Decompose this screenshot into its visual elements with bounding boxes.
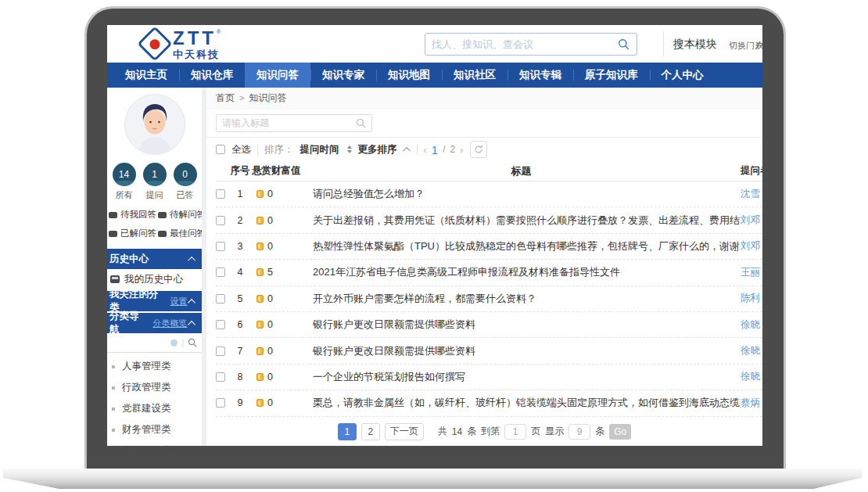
row-bounty: 0 [267, 372, 273, 382]
next-page-icon[interactable]: › [460, 144, 463, 156]
stat-所有[interactable]: 14所有 [113, 163, 136, 201]
page-size-input[interactable] [569, 424, 590, 440]
category-item[interactable]: 人事管理类 [107, 356, 202, 377]
show-prefix: 显示 [545, 425, 564, 438]
more-sort-chevron-icon [403, 146, 411, 154]
question-title-link[interactable]: 关于出差报销，其费用凭证（纸质材料）需要按照什么顺序进行叠放？发票、出差流程、费… [302, 214, 741, 228]
nav-item-2[interactable]: 知识仓库 [179, 63, 245, 88]
row-bounty: 0 [267, 215, 273, 226]
page-button-1[interactable]: 1 [338, 423, 357, 440]
row-bounty: 0 [267, 241, 273, 252]
reply-bubble-icon [109, 212, 117, 218]
category-overview-link[interactable]: 分类概览 [152, 318, 187, 329]
category-item[interactable]: 党群建设类 [107, 398, 202, 419]
sort-field-button[interactable]: 提问时间 [300, 143, 339, 156]
row-checkbox[interactable] [216, 242, 225, 251]
quick-link-待我回答[interactable]: 待我回答 [109, 209, 156, 221]
question-title-link[interactable]: 栗总，请教非金属丝（如，碳纤杆、玻纤杆）铠装缆端头固定原理方式，如何借鉴到海底动… [302, 396, 741, 410]
nav-item-5[interactable]: 知识地图 [376, 63, 442, 88]
next-page-button[interactable]: 下一页 [385, 423, 424, 440]
asker-link[interactable]: 徐晓 [741, 318, 762, 332]
question-title-link[interactable]: 2021年江苏省电子信息类高级工程师申报流程及材料准备指导性文件 [302, 265, 741, 279]
row-checkbox[interactable] [216, 320, 225, 329]
category-item[interactable]: 营销管理类 [107, 440, 202, 446]
table-header-row: 序号 悬赏财富值 标题 提问者 [216, 161, 762, 181]
col-header-bounty: 悬赏财富值 [252, 164, 302, 178]
row-checkbox[interactable] [216, 294, 225, 303]
stat-已答[interactable]: 0已答 [174, 163, 197, 201]
row-checkbox[interactable] [216, 268, 225, 277]
asker-link[interactable]: 刘邓 [741, 214, 762, 227]
select-all-checkbox[interactable] [216, 145, 225, 154]
refresh-button[interactable] [470, 141, 487, 158]
nav-item-1[interactable]: 知识主页 [113, 63, 179, 88]
stat-label: 所有 [116, 189, 133, 201]
clear-icon[interactable] [170, 339, 178, 347]
bullet-icon [112, 408, 115, 411]
row-checkbox[interactable] [216, 216, 225, 225]
stat-circle: 0 [174, 163, 197, 186]
category-item[interactable]: 财务管理类 [107, 419, 202, 440]
question-title-link[interactable]: 请问总经验值怎么增加？ [302, 187, 741, 201]
sidebar-item-my-history[interactable]: 我的历史中心 [107, 269, 202, 289]
asker-link[interactable]: 蔡炳 [741, 397, 762, 410]
followed-settings-link[interactable]: 设置 [170, 296, 187, 307]
row-checkbox[interactable] [216, 347, 225, 356]
stat-circle: 1 [143, 163, 167, 186]
question-title-link[interactable]: 银行账户更改日限额需提供哪些资料 [302, 344, 741, 358]
nav-item-6[interactable]: 知识社区 [442, 63, 508, 88]
sort-arrows-icon[interactable] [347, 145, 352, 153]
goto-page-input[interactable] [504, 424, 526, 440]
search-module-button[interactable]: 搜本模块 [673, 38, 717, 52]
nav-item-7[interactable]: 知识专辑 [508, 63, 573, 88]
search-icon[interactable] [618, 38, 629, 50]
title-search-input[interactable] [217, 117, 356, 128]
asker-link[interactable]: 徐晓 [741, 344, 762, 357]
row-no: 3 [228, 241, 252, 252]
nav-item-3[interactable]: 知识问答 [245, 63, 310, 88]
stat-提问[interactable]: 1提问 [143, 163, 167, 201]
quick-link-已解问答[interactable]: 已解问答 [109, 228, 156, 239]
global-search-input[interactable] [425, 38, 618, 50]
page-button-2[interactable]: 2 [361, 423, 380, 440]
title-search-icon[interactable] [356, 118, 366, 128]
select-all-label[interactable]: 全选 [231, 143, 251, 156]
sidebar-section-followed-categories[interactable]: 我关注的分类 设置 [107, 291, 202, 311]
breadcrumb-separator: > [239, 93, 244, 102]
nav-item-4[interactable]: 知识专家 [310, 63, 376, 88]
question-title-link[interactable]: 热塑性弹性体聚氨酯（TPU）比较成熟稳定的色母料有哪些推荐，包括牌号、厂家什么的… [302, 239, 741, 253]
asker-link[interactable]: 徐晓 [741, 370, 762, 383]
row-bounty: 0 [267, 346, 273, 357]
more-sort-button[interactable]: 更多排序 [358, 143, 397, 156]
breadcrumb: 首页 > 知识问答 [206, 88, 762, 109]
question-title-link[interactable]: 一个企业的节税策划报告如何撰写 [302, 370, 741, 384]
goto-prefix: 到第 [481, 425, 500, 438]
question-title-link[interactable]: 银行账户更改日限额需提供哪些资料 [302, 318, 741, 332]
row-checkbox[interactable] [216, 372, 225, 382]
asker-link[interactable]: 沈雪 [741, 188, 762, 201]
category-search-box[interactable]: | [107, 333, 202, 353]
chevron-up-icon [188, 299, 196, 307]
category-search-icon[interactable] [188, 338, 197, 347]
breadcrumb-home[interactable]: 首页 [216, 92, 235, 105]
nav-item-8[interactable]: 原子知识库 [573, 63, 650, 88]
quick-link-最佳问答[interactable]: 最佳问答 [158, 228, 202, 239]
nav-item-9[interactable]: 个人中心 [650, 63, 716, 88]
row-checkbox[interactable] [216, 189, 225, 199]
sidebar-section-category-nav[interactable]: 分类导航 分类概览 [107, 313, 202, 333]
question-row: 6 0 银行账户更改日限额需提供哪些资料 徐晓 [216, 312, 762, 338]
quick-link-待解问答[interactable]: 待解问答 [158, 209, 202, 221]
question-row: 2 0 关于出差报销，其费用凭证（纸质材料）需要按照什么顺序进行叠放？发票、出差… [216, 207, 762, 233]
total-pages: 2 [450, 144, 456, 155]
question-title-link[interactable]: 开立外币账户需要怎样的流程，都需要什么资料？ [302, 292, 741, 306]
asker-link[interactable]: 刘邓 [741, 239, 762, 253]
row-checkbox[interactable] [216, 398, 225, 408]
avatar[interactable] [124, 94, 185, 155]
asker-link[interactable]: 王丽 [741, 266, 762, 279]
prev-page-icon[interactable]: ‹ [424, 144, 427, 156]
show-suffix: 条 [595, 425, 604, 438]
sidebar-section-history[interactable]: 历史中心 [107, 249, 202, 269]
go-button[interactable]: Go [609, 424, 631, 440]
category-item[interactable]: 行政管理类 [107, 377, 202, 398]
asker-link[interactable]: 陈利 [741, 292, 762, 305]
